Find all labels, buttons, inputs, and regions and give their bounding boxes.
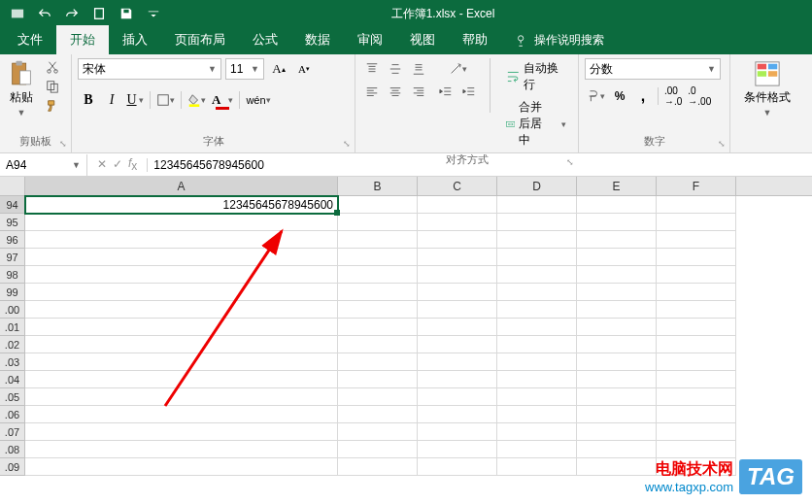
italic-button[interactable]: I [101,89,122,111]
cell[interactable] [418,423,497,441]
percent-icon[interactable]: % [609,85,630,107]
cell[interactable] [338,249,418,266]
cell[interactable] [418,231,497,249]
cell[interactable] [418,353,497,371]
fill-color-button[interactable]: ▾ [186,89,208,111]
cell[interactable] [497,196,577,214]
cell[interactable] [577,441,657,458]
row-header[interactable]: .03 [0,353,25,371]
cell[interactable] [338,423,418,441]
cell[interactable] [418,388,497,406]
cell[interactable] [418,284,497,301]
orientation-icon[interactable]: ▾ [435,58,480,80]
cell[interactable] [338,388,418,406]
spreadsheet-grid[interactable]: A B C D E F 9412345645678945600959697989… [0,177,812,476]
cell[interactable] [657,231,736,249]
cell[interactable] [657,353,736,371]
row-header[interactable]: .01 [0,319,25,336]
cell[interactable] [25,266,338,284]
redo-icon[interactable] [60,3,84,24]
cell[interactable] [418,319,497,336]
cell[interactable] [338,301,418,319]
cell[interactable] [657,249,736,266]
cell[interactable] [25,441,338,458]
cell[interactable] [418,371,497,388]
cell[interactable] [497,406,577,423]
cell[interactable] [25,458,338,476]
cell[interactable] [657,406,736,423]
decrease-decimal-icon[interactable]: .0→.00 [686,85,713,107]
paste-button[interactable]: 粘贴 ▼ [6,58,37,119]
cell[interactable] [338,284,418,301]
cell[interactable] [25,301,338,319]
merge-center-button[interactable]: 合并后居中▾ [500,97,572,151]
cell[interactable] [418,196,497,214]
cell[interactable] [657,319,736,336]
col-header-C[interactable]: C [418,177,497,195]
font-color-button[interactable]: A▾ [210,89,235,111]
border-button[interactable]: ▾ [154,89,177,111]
fx-icon[interactable]: fx [128,156,137,173]
cell[interactable] [418,441,497,458]
format-painter-icon[interactable] [43,97,62,115]
tab-layout[interactable]: 页面布局 [161,25,239,54]
cell[interactable] [577,319,657,336]
indent-increase-icon[interactable] [458,82,480,103]
cell[interactable] [338,353,418,371]
cell[interactable] [418,458,497,476]
cell[interactable] [418,214,497,231]
cell[interactable] [657,388,736,406]
cell[interactable] [25,214,338,231]
underline-button[interactable]: U▾ [124,89,146,111]
tab-review[interactable]: 审阅 [344,25,396,54]
row-header[interactable]: .09 [0,458,25,476]
align-bottom-icon[interactable] [408,58,429,80]
cell[interactable] [497,266,577,284]
row-header[interactable]: .04 [0,371,25,388]
cell[interactable] [657,196,736,214]
cell[interactable] [497,319,577,336]
row-header[interactable]: 94 [0,196,25,214]
cell[interactable] [577,196,657,214]
row-header[interactable]: .05 [0,388,25,406]
cell[interactable] [338,266,418,284]
row-header[interactable]: .00 [0,301,25,319]
grow-font-icon[interactable]: A▴ [268,58,289,80]
font-size-select[interactable]: 11▼ [225,58,264,80]
row-header[interactable]: .02 [0,336,25,353]
cell[interactable] [338,458,418,476]
cell[interactable] [577,214,657,231]
cell[interactable] [577,284,657,301]
row-header[interactable]: .06 [0,406,25,423]
cell[interactable] [338,319,418,336]
font-name-select[interactable]: 宋体▼ [78,58,221,80]
cell[interactable] [338,336,418,353]
cell[interactable] [497,231,577,249]
conditional-format-button[interactable]: 条件格式 ▼ [736,58,798,119]
col-header-B[interactable]: B [338,177,418,195]
select-all-corner[interactable] [0,177,25,195]
cell[interactable] [577,301,657,319]
cell[interactable] [25,319,338,336]
cell[interactable] [497,284,577,301]
cell[interactable] [25,231,338,249]
row-header[interactable]: 95 [0,214,25,231]
cell[interactable] [657,284,736,301]
cell[interactable] [497,214,577,231]
col-header-A[interactable]: A [25,177,338,195]
new-icon[interactable] [87,3,111,24]
save-icon[interactable] [115,3,138,24]
align-right-icon[interactable] [408,82,429,103]
app-icon[interactable] [6,3,29,24]
tell-me[interactable]: 操作说明搜索 [501,26,618,54]
row-header[interactable]: 97 [0,249,25,266]
row-header[interactable]: 99 [0,284,25,301]
cell[interactable] [577,266,657,284]
cell[interactable] [497,371,577,388]
col-header-D[interactable]: D [497,177,577,195]
cell[interactable] [418,301,497,319]
cell[interactable] [338,231,418,249]
increase-decimal-icon[interactable]: .00→.0 [662,85,684,107]
cell[interactable] [25,423,338,441]
tab-help[interactable]: 帮助 [449,25,501,54]
